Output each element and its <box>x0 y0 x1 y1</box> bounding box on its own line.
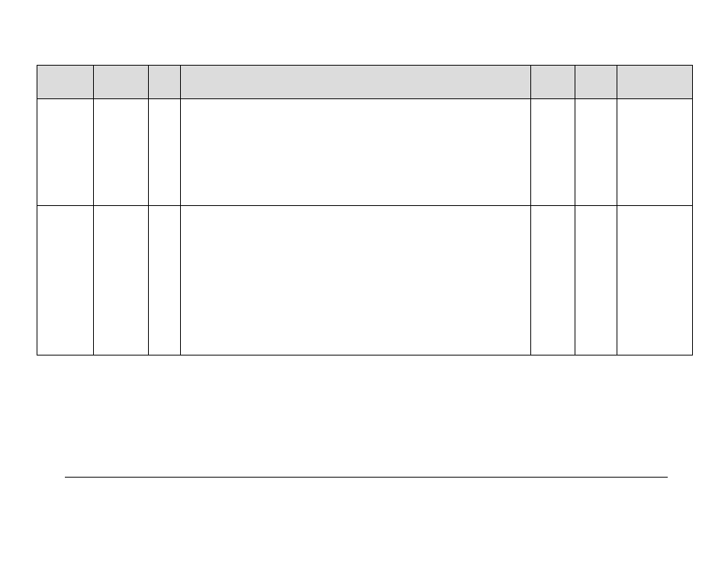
table-cell <box>617 99 693 206</box>
table-header-cell <box>93 66 148 99</box>
data-table <box>37 65 693 355</box>
table-header-cell <box>575 66 617 99</box>
table-row <box>37 206 693 355</box>
table-header-cell <box>180 66 530 99</box>
table-header-row <box>37 66 693 99</box>
table-row <box>37 99 693 206</box>
table-cell <box>575 206 617 355</box>
table-cell <box>180 99 530 206</box>
table-cell <box>93 99 148 206</box>
table-cell <box>531 206 575 355</box>
table-cell <box>148 206 180 355</box>
table-cell <box>617 206 693 355</box>
table-cell <box>531 99 575 206</box>
table-header-cell <box>531 66 575 99</box>
table-cell <box>37 206 94 355</box>
table-header-cell <box>148 66 180 99</box>
footer-divider <box>65 477 668 478</box>
table-header-cell <box>37 66 94 99</box>
table-cell <box>575 99 617 206</box>
table-cell <box>37 99 94 206</box>
table-cell <box>180 206 530 355</box>
table-cell <box>93 206 148 355</box>
table-header-cell <box>617 66 693 99</box>
table-cell <box>148 99 180 206</box>
